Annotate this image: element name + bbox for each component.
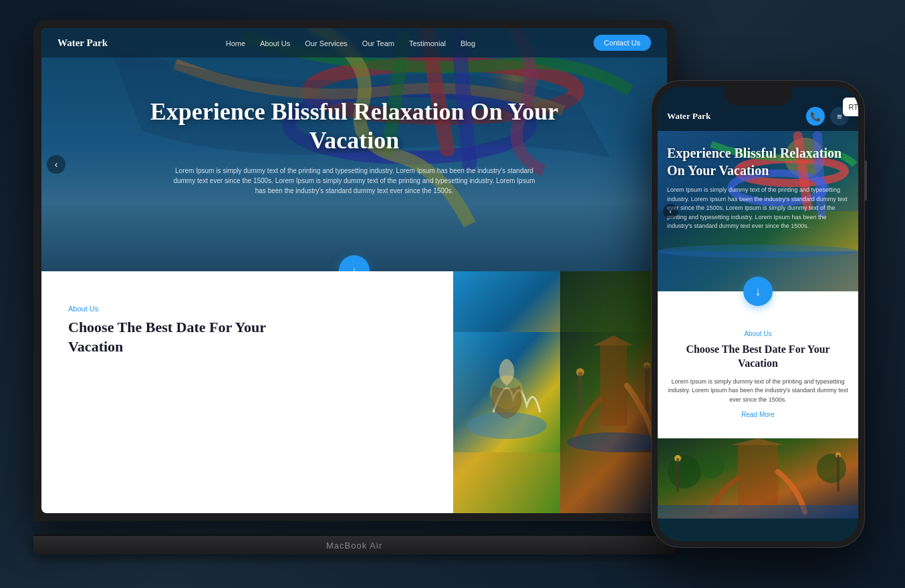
svg-rect-28	[738, 445, 778, 505]
svg-point-25	[668, 455, 701, 488]
nav-link-blog[interactable]: Blog	[461, 39, 475, 47]
nav-link-testimonial[interactable]: Testimonial	[409, 39, 446, 47]
svg-point-11	[644, 362, 650, 369]
svg-rect-10	[578, 372, 582, 412]
svg-point-31	[835, 452, 841, 458]
hero-content: Experience Blissful Relaxation On Your V…	[41, 57, 667, 196]
svg-rect-13	[600, 345, 627, 426]
phone-body: RTL Water Park 📞 ≡	[651, 80, 865, 548]
laptop-content-images	[453, 271, 667, 513]
laptop-model-label: MacBook Air	[326, 541, 382, 551]
contact-button[interactable]: Contact Us	[594, 35, 651, 51]
laptop-nav: Water Park Home About Us Our Services Ou…	[41, 28, 667, 57]
hero-description: Lorem Ipsum is simply dummy text of the …	[167, 166, 541, 196]
phone-hero: ‹ Experience Blissful Relaxation On Your…	[658, 131, 858, 291]
laptop-content-section: About Us Choose The Best Date For Your V…	[41, 271, 667, 513]
svg-point-29	[674, 455, 681, 462]
phone-hero-title: Experience Blissful Relaxation On Your V…	[667, 144, 849, 179]
laptop-website: Water Park Home About Us Our Services Ou…	[41, 28, 667, 513]
laptop-body: Water Park Home About Us Our Services Ou…	[33, 20, 675, 521]
phone-hero-description: Lorem Ipsum is simply dummy text of the …	[667, 186, 849, 231]
laptop-nav-brand: Water Park	[57, 37, 108, 49]
svg-rect-32	[837, 455, 839, 492]
svg-rect-5	[453, 332, 560, 452]
phone-section-description: Lorem Ipsum is simply dummy text of the …	[667, 378, 849, 405]
nav-link-home[interactable]: Home	[226, 39, 245, 47]
laptop-nav-links: Home About Us Our Services Our Team Test…	[226, 37, 475, 49]
phone-device: RTL Water Park 📞 ≡	[651, 80, 865, 548]
phone-screen: RTL Water Park 📞 ≡	[658, 87, 858, 541]
carousel-prev-button[interactable]: ‹	[47, 155, 66, 174]
laptop-device: Water Park Home About Us Our Services Ou…	[33, 20, 675, 555]
laptop-hero: ‹ Experience Blissful Relaxation On Your…	[41, 57, 667, 271]
phone-about-label: About Us	[667, 330, 849, 337]
rtl-toggle: RTL	[843, 98, 858, 116]
phone-carousel-prev[interactable]: ‹	[663, 204, 678, 218]
nav-link-team[interactable]: Our Team	[362, 39, 394, 47]
phone-scroll-down-button[interactable]: ↓	[743, 277, 773, 306]
laptop-base: MacBook Air	[33, 536, 675, 555]
svg-point-7	[490, 376, 523, 409]
svg-point-14	[567, 432, 660, 452]
phone-side-button	[864, 160, 867, 200]
scene: Water Park Home About Us Our Services Ou…	[0, 0, 905, 588]
phone-about-section: ↓ About Us Choose The Best Date For Your…	[658, 291, 858, 438]
phone-section-title: Choose The Best Date For Your Vacation	[667, 343, 849, 371]
laptop-section-title: Choose The Best Date For Your Vacation	[68, 318, 295, 356]
splash-image	[453, 271, 560, 513]
phone-website: Water Park 📞 ≡	[658, 87, 858, 541]
svg-rect-12	[645, 365, 649, 412]
phone-bottom-image	[658, 438, 858, 519]
svg-rect-30	[676, 458, 679, 492]
nav-link-services[interactable]: Our Services	[305, 39, 348, 47]
svg-point-27	[817, 454, 846, 483]
laptop-screen: Water Park Home About Us Our Services Ou…	[41, 28, 667, 513]
read-more-link[interactable]: Read More	[667, 411, 849, 418]
phone-nav-icons: 📞 ≡	[806, 107, 849, 126]
svg-point-23	[658, 245, 858, 258]
svg-point-9	[576, 368, 584, 376]
hero-title: Experience Blissful Relaxation On Your V…	[120, 98, 588, 155]
phone-call-button[interactable]: 📞	[806, 107, 825, 126]
svg-rect-24	[658, 438, 858, 519]
phone-notch	[725, 87, 791, 106]
phone-nav-brand: Water Park	[667, 111, 710, 122]
svg-rect-33	[658, 505, 858, 519]
rtl-label: RTL	[848, 103, 858, 111]
svg-point-26	[698, 452, 725, 478]
svg-point-6	[467, 412, 547, 439]
phone-hero-content: Experience Blissful Relaxation On Your V…	[658, 131, 858, 245]
nav-link-about[interactable]: About Us	[260, 39, 290, 47]
